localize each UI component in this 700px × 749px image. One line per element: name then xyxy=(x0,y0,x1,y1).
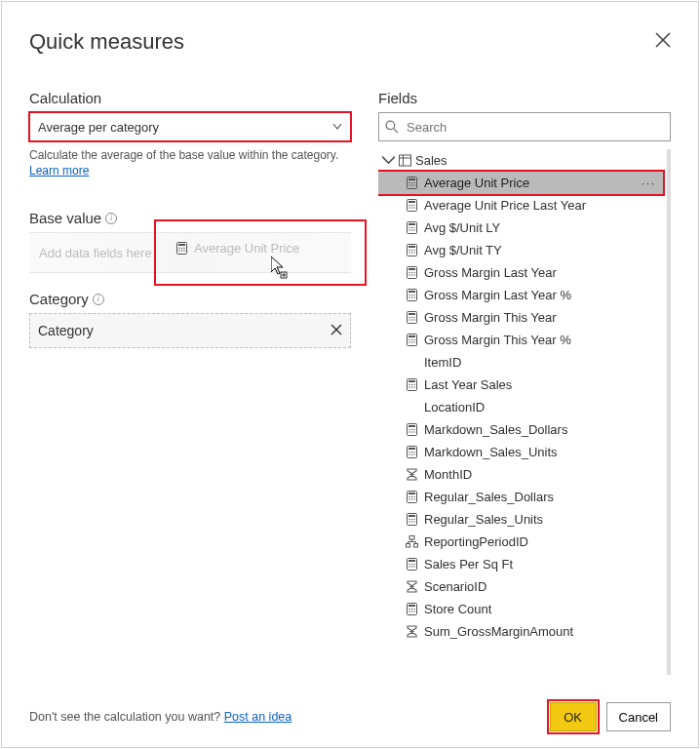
quick-measures-dialog: Quick measures Calculation Average per c… xyxy=(1,1,699,748)
base-value-dropzone[interactable]: Add data fields here Average Unit Price xyxy=(29,232,351,273)
field-item-label: Sales Per Sq Ft xyxy=(424,557,513,572)
calculation-dropdown[interactable]: Average per category xyxy=(29,112,351,141)
calc-icon xyxy=(406,177,418,189)
field-item-label: Avg $/Unit TY xyxy=(424,243,502,257)
calc-icon xyxy=(406,334,418,346)
field-item-label: Sum_GrossMarginAmount xyxy=(424,624,573,639)
field-item[interactable]: Gross Margin This Year xyxy=(378,306,663,329)
chevron-down-icon xyxy=(332,120,342,135)
dialog-title: Quick measures xyxy=(29,29,184,55)
chevron-down-icon xyxy=(382,154,395,167)
dialog-footer: Don't see the calculation you want? Post… xyxy=(29,702,671,731)
calculation-panel: Calculation Average per category Calcula… xyxy=(29,90,351,675)
field-item-label: ReportingPeriodID xyxy=(424,534,528,549)
field-item-label: Gross Margin Last Year % xyxy=(424,288,571,302)
calculation-label: Calculation xyxy=(29,90,351,106)
field-item-label: Average Unit Price xyxy=(424,176,529,190)
field-item[interactable]: Sales Per Sq Ft xyxy=(378,553,663,575)
field-item-label: Regular_Sales_Units xyxy=(424,512,543,527)
field-item[interactable]: Regular_Sales_Dollars xyxy=(378,486,663,508)
field-item[interactable]: MonthID xyxy=(378,463,663,486)
field-item[interactable]: LocationID xyxy=(378,396,663,418)
field-item[interactable]: Avg $/Unit LY xyxy=(378,217,663,239)
calculation-description: Calculate the average of the base value … xyxy=(29,147,351,178)
field-item[interactable]: Markdown_Sales_Units xyxy=(378,441,663,463)
field-item-label: MonthID xyxy=(424,467,472,482)
calc-icon xyxy=(406,221,418,234)
field-item[interactable]: Markdown_Sales_Dollars xyxy=(378,418,663,441)
field-item[interactable]: Gross Margin Last Year % xyxy=(378,284,663,306)
field-item-label: Avg $/Unit LY xyxy=(424,220,500,235)
field-item[interactable]: Average Unit Price Last Year xyxy=(378,194,663,217)
field-item-label: Regular_Sales_Dollars xyxy=(424,490,554,504)
fields-tree[interactable]: Sales Average Unit Price···Average Unit … xyxy=(378,149,671,675)
post-an-idea-link[interactable]: Post an idea xyxy=(224,710,292,724)
field-item[interactable]: Average Unit Price··· xyxy=(378,172,663,194)
cancel-button[interactable]: Cancel xyxy=(606,702,671,731)
calc-icon xyxy=(406,244,418,256)
ok-button[interactable]: OK xyxy=(550,702,597,731)
field-item[interactable]: Sum_GrossMarginAmount xyxy=(378,620,663,643)
field-item[interactable]: ReportingPeriodID xyxy=(378,531,663,553)
field-item-label: Store Count xyxy=(424,602,491,616)
calc-icon xyxy=(406,446,418,458)
calc-icon xyxy=(175,242,188,255)
field-item-label: Gross Margin This Year xyxy=(424,310,557,325)
info-icon: i xyxy=(93,294,104,305)
calc-icon xyxy=(406,266,418,279)
calc-icon xyxy=(406,199,418,212)
search-icon xyxy=(385,120,399,134)
calc-icon xyxy=(406,491,418,503)
field-item[interactable]: Gross Margin This Year % xyxy=(378,329,663,351)
close-button[interactable] xyxy=(655,32,671,52)
calc-icon xyxy=(406,311,418,324)
base-value-placeholder: Add data fields here xyxy=(39,246,152,260)
blank-icon xyxy=(406,401,418,414)
calculation-dropdown-value: Average per category xyxy=(38,120,159,135)
field-item[interactable]: ItemID xyxy=(378,351,663,374)
blank-icon xyxy=(406,356,418,369)
field-item[interactable]: Last Year Sales xyxy=(378,374,663,396)
category-label: Category i xyxy=(29,291,351,307)
calc-icon xyxy=(406,289,418,301)
field-item-label: Last Year Sales xyxy=(424,377,512,392)
tree-table-sales[interactable]: Sales xyxy=(378,149,663,172)
drag-ghost: Average Unit Price xyxy=(175,241,299,256)
field-item-label: Markdown_Sales_Dollars xyxy=(424,422,567,437)
more-icon[interactable]: ··· xyxy=(642,176,659,190)
fields-search[interactable] xyxy=(378,112,671,141)
field-item-label: Gross Margin Last Year xyxy=(424,265,557,280)
cursor-icon xyxy=(271,256,289,283)
info-icon: i xyxy=(105,213,117,224)
field-item-label: Average Unit Price Last Year xyxy=(424,198,586,213)
field-item-label: ItemID xyxy=(424,355,461,370)
sigma-icon xyxy=(406,625,418,638)
learn-more-link[interactable]: Learn more xyxy=(29,164,89,177)
fields-label: Fields xyxy=(378,90,671,106)
field-item[interactable]: Regular_Sales_Units xyxy=(378,508,663,531)
category-value: Category xyxy=(38,323,94,338)
calc-icon xyxy=(406,423,418,436)
field-item[interactable]: Store Count xyxy=(378,598,663,620)
calc-icon xyxy=(406,378,418,391)
field-item[interactable]: ScenarioID xyxy=(378,575,663,598)
calc-icon xyxy=(406,558,418,571)
field-item[interactable]: Avg $/Unit TY xyxy=(378,239,663,261)
sigma-icon xyxy=(406,580,418,593)
close-icon xyxy=(655,32,671,48)
footer-prompt: Don't see the calculation you want? Post… xyxy=(29,710,292,724)
field-item[interactable]: Gross Margin Last Year xyxy=(378,261,663,284)
calc-icon xyxy=(406,513,418,526)
table-icon xyxy=(399,154,411,167)
base-value-label: Base value i xyxy=(29,210,351,226)
category-dropzone[interactable]: Category xyxy=(29,313,351,348)
field-item-label: Gross Margin This Year % xyxy=(424,333,571,347)
remove-category-button[interactable] xyxy=(331,323,342,338)
field-item-label: Markdown_Sales_Units xyxy=(424,445,558,459)
sigma-icon xyxy=(406,468,418,481)
search-input[interactable] xyxy=(405,119,664,136)
calc-icon xyxy=(406,603,418,615)
hier-icon xyxy=(406,535,418,548)
field-item-label: ScenarioID xyxy=(424,579,486,594)
field-item-label: LocationID xyxy=(424,400,485,414)
